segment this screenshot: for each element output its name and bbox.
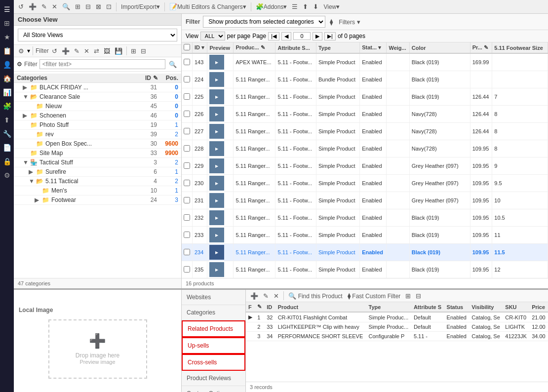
table-row-highlighted[interactable]: 234 ▶ 5.11 Ranger... 5.11 - Footw... Sim… bbox=[182, 244, 548, 261]
per-page-select[interactable]: ALL bbox=[200, 32, 225, 40]
page-first-button[interactable]: |◀ bbox=[268, 32, 279, 40]
edit-button[interactable]: ✎ bbox=[40, 2, 48, 11]
cat-move-btn[interactable]: ⇄ bbox=[92, 47, 101, 55]
rel-col-type[interactable]: Type bbox=[366, 302, 411, 312]
cat-item-rev[interactable]: 📁 rev 39 2 bbox=[14, 130, 181, 139]
sidebar-icon-grid[interactable]: ⊞ bbox=[1, 18, 12, 29]
filter-select[interactable]: Show products from selected categories bbox=[203, 16, 325, 28]
add-button[interactable]: ➕ bbox=[27, 2, 38, 11]
rel-col-id[interactable]: ID bbox=[264, 302, 275, 312]
rel-delete-button[interactable]: ✕ bbox=[272, 292, 280, 300]
sidebar-icon-home[interactable]: 🏠 bbox=[1, 73, 12, 84]
copy-button[interactable]: ⊞ bbox=[74, 2, 82, 11]
rel-table-row[interactable]: 3 34 PERFORMANCE SHORT SLEEVE Configurab… bbox=[246, 332, 548, 341]
tab-upsells[interactable]: Up-sells bbox=[182, 337, 245, 354]
store-view-select[interactable]: All Store Views bbox=[18, 29, 177, 41]
col-price[interactable]: Pr... ✎ bbox=[470, 42, 492, 53]
rel-table-row[interactable]: ▶ 1 32 CR-KIT01 Flashlight Combat Simple… bbox=[246, 312, 548, 322]
cat-item-sitemap[interactable]: 📁 Site Map 33 9900 bbox=[14, 149, 181, 158]
sidebar-icon-pages[interactable]: 📄 bbox=[1, 142, 12, 153]
rel-fast-filter-button[interactable]: ⧫ Fast Custom Filter bbox=[346, 292, 402, 300]
tab-custom-options[interactable]: Custom Options bbox=[182, 386, 245, 392]
cat-expand-btn[interactable]: ⊞ bbox=[129, 47, 138, 55]
sidebar-icon-menu[interactable]: ☰ bbox=[1, 4, 12, 15]
funnel-icon[interactable]: ⧫ bbox=[328, 18, 334, 26]
table-row[interactable]: 232 ▶ 5.11 Ranger... 5.11 - Footw... Sim… bbox=[182, 209, 548, 227]
table-row[interactable]: 224 ▶ 5.11 Ranger... 5.11 - Footw... Bun… bbox=[182, 71, 548, 88]
sidebar-icon-upload[interactable]: ⬆ bbox=[1, 115, 12, 125]
col-attribute[interactable]: Attribute S... bbox=[275, 42, 316, 53]
row-select[interactable] bbox=[182, 53, 193, 71]
table-row[interactable]: 235 ▶ 5.11 Ranger... 5.11 - Footw... Sim… bbox=[182, 261, 548, 278]
rel-col-attr[interactable]: Attribute S bbox=[411, 302, 444, 312]
sidebar-icon-star[interactable]: ★ bbox=[1, 32, 12, 42]
sidebar-icon-clipboard[interactable]: 📋 bbox=[1, 45, 12, 56]
table-row[interactable]: 227 ▶ 5.11 Ranger... 5.11 - Footw... Sim… bbox=[182, 123, 548, 140]
table-row[interactable]: 228 ▶ 5.11 Ranger... 5.11 - Footw... Sim… bbox=[182, 140, 548, 157]
tab-websites[interactable]: Websites bbox=[182, 290, 245, 305]
table-row[interactable]: 229 ▶ 5.11 Ranger... 5.11 - Footw... Sim… bbox=[182, 157, 548, 175]
table-row[interactable]: 143 ▶ APEX WATE... 5.11 - Footw... Simpl… bbox=[182, 53, 548, 71]
tab-product-reviews[interactable]: Product Reviews bbox=[182, 371, 245, 386]
page-prev-button[interactable]: ◀ bbox=[281, 32, 291, 40]
col-status[interactable]: Stat... ▾ bbox=[360, 42, 387, 53]
col-product[interactable]: Produc... ✎ bbox=[234, 42, 275, 53]
select-all-checkbox[interactable] bbox=[184, 44, 190, 50]
cat-filter-input[interactable] bbox=[39, 59, 165, 69]
cat-refresh-btn[interactable]: ↺ bbox=[50, 47, 59, 55]
rel-grid-btn1[interactable]: ⊞ bbox=[404, 292, 412, 300]
page-input[interactable] bbox=[293, 32, 311, 40]
rel-col-status[interactable]: Status bbox=[444, 302, 470, 312]
sidebar-icon-settings[interactable]: ⚙ bbox=[1, 170, 12, 181]
rel-col-price[interactable]: Price bbox=[529, 302, 548, 312]
cat-item-openbox[interactable]: 📁 Open Box Spec... 30 9600 bbox=[14, 139, 181, 149]
cat-item-tactical[interactable]: ▼ 🏪 Tactical Stuff 3 2 bbox=[14, 158, 181, 167]
page-next-button[interactable]: ▶ bbox=[313, 32, 322, 40]
col-weight[interactable]: Weig... bbox=[387, 42, 409, 53]
addons-button[interactable]: 🧩 Addons ▾ bbox=[254, 2, 289, 11]
grid2-button[interactable]: ⊠ bbox=[94, 2, 103, 11]
col-size[interactable]: 5.11 Footwear Size bbox=[492, 42, 548, 53]
sort-asc-button[interactable]: ⬆ bbox=[301, 2, 310, 11]
tab-related-products[interactable]: Related Products bbox=[182, 320, 245, 337]
rel-add-button[interactable]: ➕ bbox=[249, 292, 260, 300]
sidebar-icon-puzzle[interactable]: 🧩 bbox=[1, 101, 12, 112]
tab-crosssells[interactable]: Cross-sells bbox=[182, 354, 245, 371]
cat-filter-apply-btn[interactable]: 🔍 bbox=[167, 60, 178, 69]
filters-button[interactable]: Filters ▾ bbox=[337, 18, 361, 26]
table-row[interactable]: 226 ▶ 5.11 Ranger... 5.11 - Footw... Sim… bbox=[182, 106, 548, 123]
view-button[interactable]: View ▾ bbox=[322, 2, 341, 11]
rel-find-button[interactable]: 🔍 Find this Product bbox=[287, 292, 344, 300]
sidebar-icon-user[interactable]: 👤 bbox=[1, 59, 12, 70]
tab-categories[interactable]: Categories bbox=[182, 305, 245, 320]
cat-collapse-btn[interactable]: ⊟ bbox=[139, 47, 148, 55]
table-row[interactable]: 225 ▶ 5.11 Ranger... 5.11 - Footw... Sim… bbox=[182, 88, 548, 106]
cat-item-clearance[interactable]: ▼ 📂 Clearance Sale 36 0 bbox=[14, 92, 181, 102]
multi-editors-button[interactable]: 📝 Multi Editors & Changers ▾ bbox=[168, 2, 248, 11]
cat-item-511-tactical[interactable]: ▼ 📂 5.11 Tactical 4 2 bbox=[14, 177, 181, 186]
arrange-button[interactable]: ☰ bbox=[290, 2, 299, 11]
sidebar-icon-chart[interactable]: 📊 bbox=[1, 87, 12, 98]
cat-item-black-friday[interactable]: ▶ 📁 BLACK FRIDAY ... 31 0 bbox=[14, 83, 181, 92]
table-row[interactable]: 233 ▶ 5.11 Ranger... 5.11 - Footw... Sim… bbox=[182, 227, 548, 244]
rel-table-row[interactable]: 2 33 LIGHTKEEPER™ Clip with heavy Simple… bbox=[246, 322, 548, 332]
drop-zone[interactable]: ➕ Drop image here Preview image bbox=[48, 319, 147, 379]
row-select[interactable] bbox=[182, 71, 193, 88]
table-row[interactable]: 231 ▶ 5.11 Ranger... 5.11 - Footw... Sim… bbox=[182, 192, 548, 209]
rel-col-product[interactable]: Product bbox=[275, 302, 366, 312]
refresh-button[interactable]: ↺ bbox=[17, 2, 25, 11]
rel-grid-btn2[interactable]: ⊟ bbox=[414, 292, 423, 300]
sidebar-icon-lock[interactable]: 🔒 bbox=[1, 156, 12, 167]
cat-delete-btn[interactable]: ✕ bbox=[82, 47, 91, 55]
col-id[interactable]: ID ▾ bbox=[193, 42, 207, 53]
cat-add-btn[interactable]: ➕ bbox=[60, 47, 71, 55]
sidebar-icon-wrench[interactable]: 🔧 bbox=[1, 128, 12, 139]
cat-item-mens[interactable]: 📁 Men's 10 1 bbox=[14, 186, 181, 196]
cat-item-footwear[interactable]: ▶ 📁 Footwear 24 3 bbox=[14, 196, 181, 205]
cat-settings-button[interactable]: ⚙ bbox=[17, 47, 26, 55]
cat-item-nieuw[interactable]: 📁 Nieuw 45 0 bbox=[14, 102, 181, 111]
sort-desc-button[interactable]: ⬇ bbox=[312, 2, 320, 11]
rel-edit-button[interactable]: ✎ bbox=[262, 292, 270, 300]
delete-button[interactable]: ✕ bbox=[50, 2, 59, 11]
grid1-button[interactable]: ⊟ bbox=[84, 2, 92, 11]
